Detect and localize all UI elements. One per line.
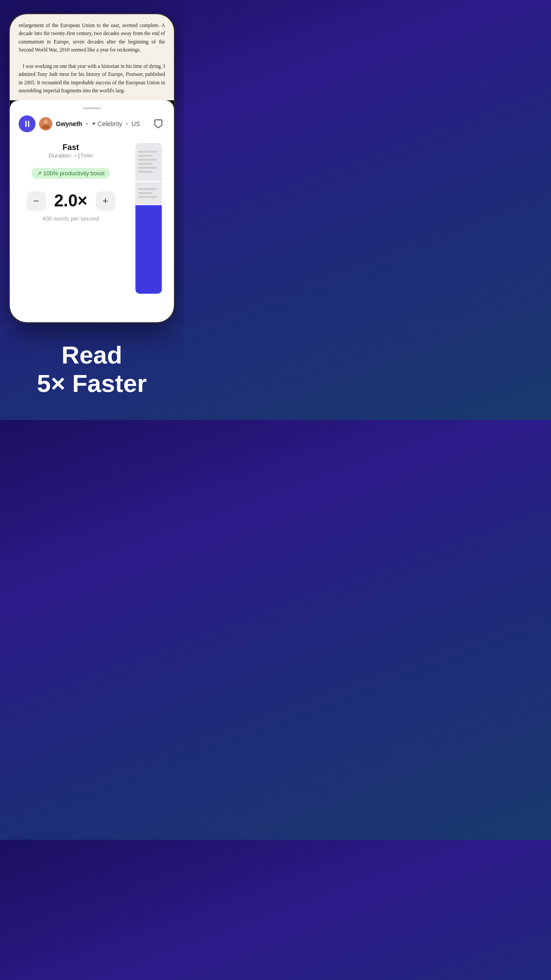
voice-category: ✦ Celebrity [91, 120, 122, 127]
book-paragraph-1: enlargement of the European Union to the… [19, 21, 165, 54]
slider-active-portion [135, 205, 162, 294]
speed-decrease-button[interactable]: − [27, 191, 46, 211]
speed-slider[interactable] [132, 143, 165, 294]
slider-line-7 [138, 188, 157, 190]
speed-duration: Duration: ~17min [19, 152, 123, 159]
speed-value: 2.0× [53, 191, 89, 210]
speed-increase-button[interactable]: + [96, 191, 115, 211]
words-per-second: 400 words per second [19, 215, 123, 222]
speed-row: − 2.0× + [19, 191, 123, 211]
slider-line-8 [138, 192, 153, 194]
minus-icon: − [33, 195, 39, 207]
slider-mid [135, 182, 162, 204]
voice-bar: Gwyneth • ✦ Celebrity • US [10, 109, 174, 138]
plus-icon: + [102, 195, 108, 207]
speed-label: Fast [19, 143, 123, 152]
speed-section: Fast Duration: ~17min ↗ 100% productivit… [10, 138, 174, 303]
productivity-badge: ↗ 100% productivity boost [31, 168, 110, 179]
voice-category-label: Celebrity [98, 120, 122, 127]
svg-point-6 [42, 125, 50, 129]
tagline-line1: Read [13, 341, 170, 369]
book-text-area: enlargement of the European Union to the… [10, 14, 174, 100]
voice-avatar [39, 117, 52, 130]
slider-line-4 [138, 163, 153, 165]
tagline-line2: 5× Faster [13, 369, 170, 398]
slider-line-5 [138, 167, 157, 169]
speed-controls: Fast Duration: ~17min ↗ 100% productivit… [19, 143, 123, 222]
voice-name: Gwyneth [56, 120, 82, 127]
phone-device: enlargement of the European Union to the… [9, 13, 175, 323]
slider-track [135, 143, 162, 294]
pause-icon [25, 121, 29, 127]
tagline-section: Read 5× Faster [0, 323, 184, 420]
bottom-sheet: Gwyneth • ✦ Celebrity • US [10, 100, 174, 322]
pause-button[interactable] [19, 115, 35, 132]
phone-wrapper: enlargement of the European Union to the… [0, 0, 184, 323]
slider-line-2 [138, 155, 153, 157]
voice-region: US [131, 120, 140, 127]
slider-line-1 [138, 151, 157, 153]
slider-line-3 [138, 159, 157, 161]
slider-top [135, 143, 162, 181]
sparkle-icon: ✦ [91, 120, 96, 127]
svg-point-5 [43, 120, 48, 124]
airplay-button[interactable] [152, 117, 165, 130]
slider-line-9 [138, 196, 157, 198]
separator-1: • [86, 120, 88, 127]
slider-line-6 [138, 171, 153, 173]
book-paragraph-2: I was working on one that year with a hi… [19, 62, 165, 95]
separator-2: • [126, 120, 128, 127]
